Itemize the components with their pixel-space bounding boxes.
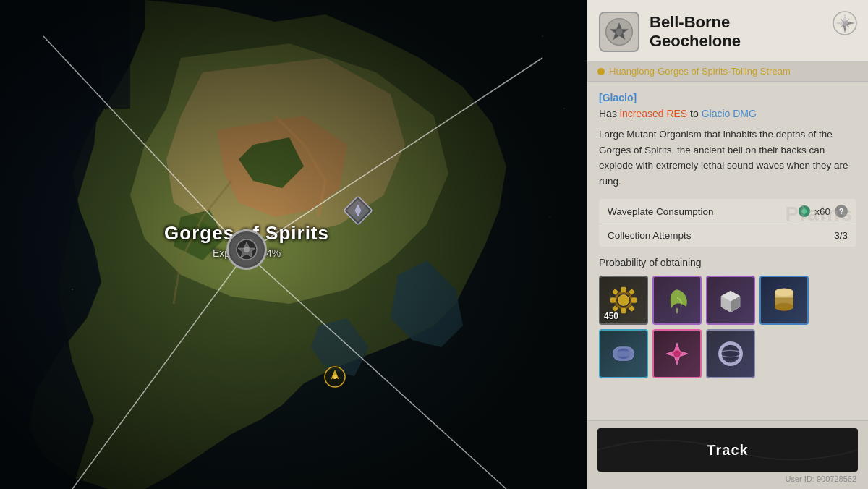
item-6[interactable]: [652, 329, 702, 378]
svg-point-29: [618, 295, 629, 306]
item-3[interactable]: [706, 276, 755, 325]
svg-rect-33: [610, 298, 616, 303]
info-panel: Bell-Borne Geochelone Huanglong-Gorges o…: [587, 0, 868, 489]
collection-label: Collection Attempts: [608, 230, 834, 241]
element-tag: [Glacio]: [599, 92, 856, 103]
item-2[interactable]: [652, 276, 702, 325]
svg-point-43: [775, 289, 793, 297]
location-text: Huanglong-Gorges of Spirits-Tolling Stre…: [609, 66, 791, 77]
svg-point-23: [616, 28, 622, 35]
collection-value: 3/3: [834, 230, 848, 241]
location-dot: [597, 68, 605, 75]
compass-icon: [832, 10, 858, 36]
resistance-highlight: increased RES: [620, 108, 687, 119]
items-grid: 450: [599, 276, 856, 378]
location-bar: Huanglong-Gorges of Spirits-Tolling Stre…: [587, 61, 868, 82]
svg-point-49: [724, 347, 737, 360]
svg-point-17: [244, 247, 250, 252]
collection-row: Collection Attempts 3/3: [599, 224, 856, 247]
svg-rect-46: [617, 352, 630, 357]
description-text: Large Mutant Organism that inhabits the …: [599, 127, 856, 189]
item-1-count: 450: [604, 311, 618, 321]
item-5[interactable]: [599, 329, 648, 378]
svg-point-21: [333, 375, 337, 379]
arrow-marker: [322, 364, 348, 390]
boss-icon[interactable]: [226, 229, 267, 270]
waveplate-label: Waveplate Consumption: [608, 206, 799, 217]
item-7[interactable]: [706, 329, 755, 378]
svg-point-47: [673, 350, 681, 358]
user-id: User ID: 900728562: [597, 475, 858, 483]
track-button[interactable]: Track: [597, 428, 858, 472]
crystal-marker: [342, 195, 374, 226]
boss-name: Bell-Borne Geochelone: [650, 13, 856, 51]
plains-watermark: Plains: [786, 203, 854, 226]
svg-point-41: [775, 303, 793, 311]
map-panel: Gorges of Spirits Exploration 4%: [0, 0, 587, 489]
info-body: [Glacio] Has increased RES to Glacio DMG…: [587, 82, 868, 420]
resistance-line: Has increased RES to Glacio DMG: [599, 108, 856, 119]
info-header: Bell-Borne Geochelone: [587, 0, 868, 61]
svg-rect-32: [621, 308, 626, 313]
item-4[interactable]: [760, 276, 809, 325]
boss-emblem: [599, 12, 639, 52]
boss-name-line1: Bell-Borne Geochelone: [650, 13, 856, 51]
probability-label: Probability of obtaining: [599, 257, 856, 268]
svg-rect-31: [621, 287, 626, 292]
svg-rect-34: [631, 298, 637, 303]
resistance-link: Glacio DMG: [702, 108, 757, 119]
track-section: Track User ID: 900728562: [587, 420, 868, 489]
item-1[interactable]: 450: [599, 276, 648, 325]
